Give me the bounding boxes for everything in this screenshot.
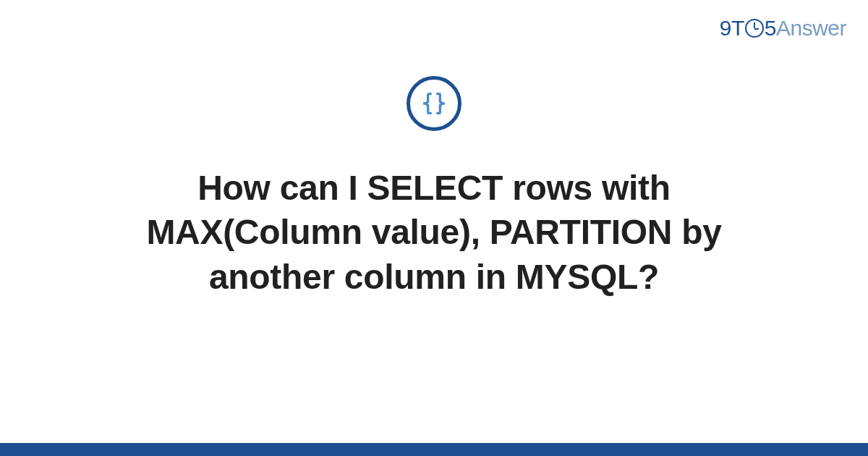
question-title: How can I SELECT rows with MAX(Column va… — [109, 166, 760, 299]
category-badge — [407, 76, 461, 131]
clock-icon — [745, 19, 764, 38]
logo-text-answer: Answer — [776, 16, 846, 40]
logo-text-9t: 9T — [720, 16, 744, 40]
logo-text-5: 5 — [765, 16, 776, 40]
footer-accent-bar — [0, 443, 868, 456]
site-logo: 9T5Answer — [720, 16, 846, 41]
main-content: How can I SELECT rows with MAX(Column va… — [0, 76, 868, 299]
code-braces-icon — [420, 89, 448, 118]
